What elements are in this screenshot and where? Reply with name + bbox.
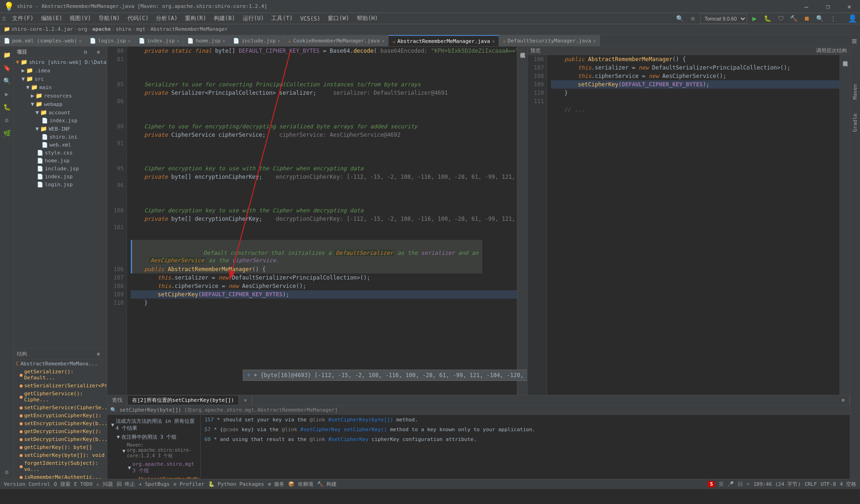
menu-analyze[interactable]: 分析(A) (152, 14, 181, 23)
dependencies-label[interactable]: 📦 依赖项 (288, 481, 313, 488)
menu-file[interactable]: 文件(F) (8, 14, 37, 23)
menu-vcs[interactable]: VCS(S) (296, 14, 324, 23)
struct-method-setcipherservice[interactable]: ● setCipherService(CipherSe... (14, 404, 107, 412)
menu-navigate[interactable]: 导航(N) (95, 14, 124, 23)
settings-btn[interactable]: ⚙ (687, 13, 698, 24)
menu-edit[interactable]: 编辑(E) (37, 14, 66, 23)
maximize-button[interactable]: ❐ (817, 0, 839, 13)
menu-view[interactable]: 视图(V) (66, 14, 95, 23)
build-label[interactable]: 🔨 构建 (317, 481, 337, 488)
position-indicator[interactable]: 109:46 (24 字节) (754, 481, 801, 488)
maven-label[interactable]: Maven (852, 84, 858, 99)
ime-keyboard[interactable]: ⌨ (747, 481, 750, 487)
tab-default-security[interactable]: ☕ DefaultSecurityManager.java ✕ (499, 35, 600, 46)
services-view-btn[interactable]: ⚙ (1, 114, 13, 126)
ime-handwriting[interactable]: 回 (738, 481, 743, 488)
struct-method-setdecryption[interactable]: ● setDecryptionCipherKey(b... (14, 435, 107, 443)
find-btn[interactable]: 🔍 (1, 75, 13, 87)
version-control-label[interactable]: Version Control (4, 481, 50, 487)
end-label[interactable]: 回 终止 (117, 481, 135, 488)
indent-indicator[interactable]: 4 空格 (840, 481, 856, 488)
struct-method-forgetidentity[interactable]: ● forgetIdentity(Subject): vo... (14, 459, 107, 473)
tree-src[interactable]: ▼ 📁 src (14, 75, 107, 83)
breadcrumb-class[interactable]: AbstractRememberMeManager (150, 26, 228, 32)
run-btn[interactable]: ▶ (749, 13, 760, 24)
reader-mode-top[interactable]: ≡ (849, 35, 860, 46)
line-ending-indicator[interactable]: CRLF (804, 481, 817, 487)
tree-account[interactable]: ▼ 📁 account (14, 108, 107, 117)
menu-run[interactable]: 运行(U) (239, 14, 268, 23)
result-line-60[interactable]: 60 * and using that result as the @link … (201, 434, 850, 444)
breadcrumb-part1[interactable]: shiro-core-1.2.4.jar (11, 26, 73, 32)
code-scroll-secondary[interactable]: 106 107 108 109 110 111 public AbstractR… (528, 55, 850, 395)
todo-label[interactable]: E TODO (74, 481, 93, 487)
bookmark-btn[interactable]: 🔖 (1, 62, 13, 74)
result-line-157[interactable]: 157 * should set your key via the @link … (201, 415, 850, 425)
struct-method-getdecryption[interactable]: ● getDecryptionCipherKey(): (14, 427, 107, 435)
tree-main[interactable]: ▼ 📁 main (14, 83, 107, 91)
stop-btn[interactable]: ⏹ (801, 13, 812, 24)
problems-label[interactable]: ⚠ 问题 (96, 481, 113, 488)
struct-method-getcipherservice[interactable]: ● getCipherService(): Ciphe... (14, 390, 107, 404)
bottom-settings[interactable]: ⚙ (837, 396, 850, 404)
menu-window[interactable]: 窗口(W) (324, 14, 353, 23)
debug-view-btn[interactable]: 🐛 (1, 101, 13, 113)
search-everywhere[interactable]: 🔍 (674, 13, 685, 24)
tree-include-jsp[interactable]: 📄 include.jsp (14, 165, 107, 173)
menu-refactor[interactable]: 重构(R) (181, 14, 210, 23)
tab-cookie-manager[interactable]: ☕ CookieRememberMeManager.java ✕ (284, 35, 388, 46)
tree-web-xml[interactable]: 📄 web.xml (14, 141, 107, 149)
spotbugs-label[interactable]: ✦ SpotBugs (139, 481, 169, 487)
menu-help[interactable]: 帮助(H) (353, 14, 382, 23)
struct-method-getencryption[interactable]: ● getEncryptionCipherKey(): (14, 412, 107, 420)
tab-home-jsp[interactable]: 📄 home.jsp ✕ (183, 35, 229, 46)
run-config-dropdown[interactable]: Tomcat 9.0.60 (700, 14, 747, 24)
tab-abstract-manager[interactable]: ☕ AbstractRememberMeManager.java ✕ (388, 35, 499, 46)
tab-login-jsp[interactable]: 📄 login.jsp ✕ (86, 35, 135, 46)
python-label[interactable]: 🐍 Python Packages (208, 481, 264, 487)
project-settings[interactable]: ⚙ (93, 47, 104, 58)
tab-setcipherkey[interactable]: 在[2]所有位置的setCipherKey(byte[]) (127, 396, 239, 405)
avatar-icon[interactable]: 👤 (847, 13, 858, 24)
tree-webapp[interactable]: ▼ 📁 webapp (14, 100, 107, 108)
struct-method-getcipherkey[interactable]: ● getCipherKey(): byte[] (14, 443, 107, 451)
menu-tools[interactable]: 工具(T) (268, 14, 296, 23)
menu-build[interactable]: 构建(B) (210, 14, 239, 23)
result-line-57[interactable]: 57 * {@code key} via the @link #setCiphe… (201, 425, 850, 434)
result-item-abstractmgr[interactable]: ▼ AbstractRememberMeManager 3 个结果 (109, 475, 198, 479)
build-btn[interactable]: 🔨 (788, 13, 799, 24)
result-item-mgt[interactable]: ▼ org.apache.shiro.mgt 3 个组 (109, 460, 198, 475)
result-item-main[interactable]: ▼ 法或方法方法的用法 in 所有位置 4 个结果 (109, 417, 198, 433)
tree-shiro-ini[interactable]: 📄 shiro.ini (14, 133, 107, 141)
tab-pom-xml[interactable]: 📄 pom.xml (samples-web) ✕ (0, 35, 86, 46)
ime-indicator[interactable]: S (708, 481, 715, 487)
breadcrumb-part2[interactable]: org (78, 26, 87, 32)
menu-code[interactable]: 代码(C) (124, 14, 153, 23)
project-collapse[interactable]: ⊟ (80, 47, 91, 58)
services-label[interactable]: ⚙ 服务 (268, 481, 284, 488)
result-item-comments[interactable]: ▼ 在注释中的用法 3 个组 (109, 433, 198, 441)
tab-find[interactable]: 查找 (107, 396, 127, 405)
tree-index-jsp[interactable]: 📄 index.jsp (14, 173, 107, 181)
tree-root[interactable]: ▼ 📁 shiro [shiro-web] D:\Data\se... (14, 58, 107, 66)
struct-method-setencryption[interactable]: ● setEncryptionCipherKey(b... (14, 420, 107, 427)
tree-resources[interactable]: ▶ 📁 resources (14, 91, 107, 100)
profiler-label[interactable]: ⊙ Profiler (173, 481, 204, 487)
breadcrumb-apache[interactable]: apache (92, 26, 111, 32)
ime-mic[interactable]: 🎤 (727, 481, 734, 487)
tab-close-x[interactable]: ✕ (239, 396, 252, 404)
struct-method-setcipherkey[interactable]: ● setCipherKey(byte[]): void (14, 451, 107, 459)
debug-btn[interactable]: 🐛 (762, 13, 773, 24)
struct-method-setserializer[interactable]: ● setSerializer(Serializer<Pr... (14, 382, 107, 390)
ime-english[interactable]: 英 (719, 481, 724, 488)
struct-settings[interactable]: ⚙ (93, 349, 104, 360)
more-actions[interactable]: ⋮ (827, 13, 839, 24)
struct-method-isrememberme[interactable]: ● isRememberMe(Authentic... (14, 473, 107, 479)
encoding-indicator[interactable]: UTF-8 (821, 481, 836, 487)
code-scroll-main[interactable]: 80 81 85 86 90 91 95 (107, 47, 527, 395)
struct-method-getserializer[interactable]: ● getSerializer(): Default... (14, 368, 107, 382)
breadcrumb-shiro[interactable]: shiro (116, 26, 131, 32)
minimize-button[interactable]: — (796, 0, 817, 13)
tab-index-jsp[interactable]: 📄 index.jsp ✕ (135, 35, 184, 46)
search-btn[interactable]: 🔍 (814, 13, 825, 24)
